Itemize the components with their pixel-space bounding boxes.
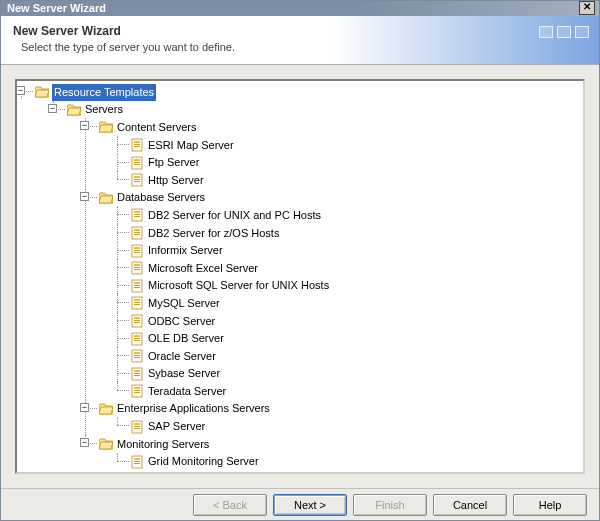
tree-node[interactable]: DB2 Server for z/OS Hosts [131,225,280,242]
svg-rect-47 [134,357,140,358]
tree-node[interactable]: Teradata Server [131,383,227,400]
svg-rect-51 [134,375,140,376]
template-item-icon [131,156,144,170]
tree-node[interactable]: Oracle Server [131,348,217,365]
tree-node-label: OLE DB Server [147,330,225,347]
svg-rect-33 [134,299,140,301]
folder-open-icon [35,86,49,98]
header-decor-box [575,26,589,38]
svg-rect-6 [134,162,140,163]
svg-rect-3 [134,146,140,147]
svg-rect-30 [134,285,140,286]
svg-rect-34 [134,302,140,303]
tree-leaf: SAP Server [117,417,583,435]
tree-node-label: Microsoft SQL Server for UNIX Hosts [147,277,330,294]
tree-node[interactable]: Content Servers [99,119,197,136]
template-item-icon [131,367,144,381]
svg-rect-45 [134,352,140,354]
tree-node[interactable]: Resource Templates [35,84,156,101]
finish-button[interactable]: Finish [353,494,427,516]
svg-rect-50 [134,373,140,374]
collapse-icon[interactable]: − [80,403,89,412]
tree-node-label: Monitoring Servers [116,436,210,453]
tree-node[interactable]: ODBC Server [131,313,216,330]
svg-rect-14 [134,214,140,215]
tree-node[interactable]: Monitoring Servers [99,436,210,453]
tree-node-label: ESRI Map Server [147,137,235,154]
svg-rect-54 [134,390,140,391]
tree-node[interactable]: Servers [67,101,124,118]
collapse-icon[interactable]: − [80,192,89,201]
tree-node[interactable]: Ftp Server [131,154,200,171]
tree-node-label: Grid Monitoring Server [147,453,260,470]
tree-node[interactable]: Informix Server [131,242,224,259]
tree-node[interactable]: DB2 Server for UNIX and PC Hosts [131,207,322,224]
svg-rect-15 [134,216,140,217]
tree-node-label: Informix Server [147,242,224,259]
folder-open-icon [99,403,113,415]
svg-rect-21 [134,247,140,249]
cancel-button[interactable]: Cancel [433,494,507,516]
svg-rect-41 [134,335,140,337]
wizard-header: New Server Wizard Select the type of ser… [1,16,599,65]
svg-rect-57 [134,423,140,425]
help-button[interactable]: Help [513,494,587,516]
resource-tree[interactable]: −Resource Templates−Servers−Content Serv… [17,83,583,470]
tree-node[interactable]: SAP Server [131,418,206,435]
tree-node-label: Content Servers [116,119,197,136]
tree-branch: −Servers−Content ServersESRI Map ServerF… [53,101,583,470]
close-button[interactable]: ✕ [579,1,595,15]
collapse-icon[interactable]: − [80,121,89,130]
tree-node-label: ODBC Server [147,313,216,330]
tree-panel[interactable]: −Resource Templates−Servers−Content Serv… [15,79,585,474]
folder-open-icon [99,192,113,204]
tree-node[interactable]: MySQL Server [131,295,221,312]
tree-node[interactable]: Microsoft SQL Server for UNIX Hosts [131,277,330,294]
collapse-icon[interactable]: − [48,104,57,113]
tree-node[interactable]: Database Servers [99,189,206,206]
tree-node-label: Ftp Server [147,154,200,171]
tree-node-label: MySQL Server [147,295,221,312]
tree-node[interactable]: Enterprise Applications Servers [99,400,271,417]
template-item-icon [131,332,144,346]
folder-open-icon [99,121,113,133]
tree-leaf: ESRI Map Server [117,136,583,154]
template-item-icon [131,226,144,240]
template-item-icon [131,261,144,275]
tree-node-label: Sybase Server [147,365,221,382]
tree-node-label: Oracle Server [147,348,217,365]
tree-leaf: MySQL Server [117,294,583,312]
tree-node[interactable]: ESRI Map Server [131,137,235,154]
folder-open-icon [99,438,113,450]
collapse-icon[interactable]: − [16,86,25,95]
svg-rect-17 [134,229,140,231]
svg-rect-62 [134,461,140,462]
next-button[interactable]: Next > [273,494,347,516]
tree-node-label: Http Server [147,172,205,189]
tree-branch: −Monitoring ServersGrid Monitoring Serve… [85,435,583,470]
template-item-icon [131,455,144,469]
template-item-icon [131,138,144,152]
template-item-icon [131,420,144,434]
collapse-icon[interactable]: − [80,438,89,447]
template-item-icon [131,173,144,187]
template-item-icon [131,208,144,222]
svg-rect-26 [134,267,140,268]
tree-node[interactable]: Grid Monitoring Server [131,453,260,470]
tree-node[interactable]: Http Server [131,172,205,189]
content-area: −Resource Templates−Servers−Content Serv… [1,65,599,488]
button-bar: < Back Next > Finish Cancel Help [1,488,599,520]
header-decor [539,26,589,38]
tree-leaf: Http Server [117,171,583,189]
template-item-icon [131,244,144,258]
page-subtitle: Select the type of server you want to de… [13,41,587,53]
svg-rect-1 [134,141,140,143]
tree-node[interactable]: Microsoft Excel Server [131,260,259,277]
tree-node[interactable]: Sybase Server [131,365,221,382]
svg-rect-42 [134,338,140,339]
back-button[interactable]: < Back [193,494,267,516]
tree-branch: −Content ServersESRI Map ServerFtp Serve… [85,118,583,188]
tree-branch: −Resource Templates−Servers−Content Serv… [21,83,583,470]
header-decor-box [539,26,553,38]
tree-node[interactable]: OLE DB Server [131,330,225,347]
